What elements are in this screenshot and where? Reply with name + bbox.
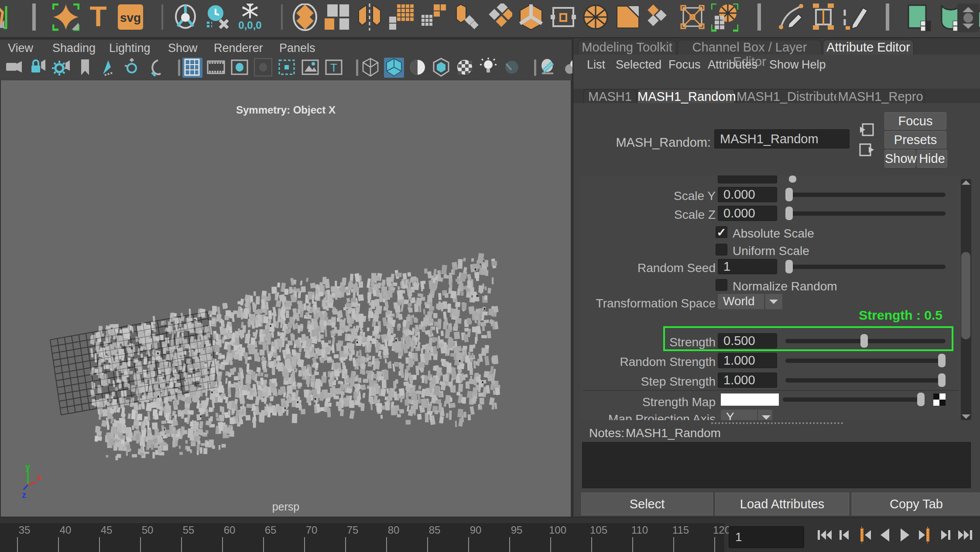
constraint-frame-icon[interactable]	[550, 3, 577, 32]
replicator-icon[interactable]	[388, 3, 415, 32]
camera-icon[interactable]	[4, 58, 26, 78]
swap-input-icon[interactable]	[859, 122, 875, 137]
resolution-gate-icon[interactable]	[230, 58, 251, 78]
ae-menu-selected[interactable]: Selected	[616, 58, 661, 72]
slider-track-random-strength[interactable]	[785, 359, 946, 363]
field-chart-icon[interactable]	[277, 58, 298, 78]
field-scale-x-clipped[interactable]	[718, 176, 777, 183]
ae-menu-show[interactable]: Show	[769, 58, 799, 72]
scroll-up-icon[interactable]	[962, 180, 970, 185]
viewport-menu-renderer[interactable]: Renderer	[214, 41, 263, 55]
strength-map-swatch[interactable]	[721, 393, 779, 406]
dropdown-arrow-icon[interactable]	[758, 410, 772, 420]
viewport-menu-view[interactable]: View	[8, 41, 33, 55]
tab-modeling-toolkit[interactable]: Modeling Toolkit	[578, 40, 676, 55]
safe-action-icon[interactable]	[300, 58, 322, 78]
curve-pencil-icon[interactable]	[778, 3, 805, 32]
field-scale-y[interactable]: 0.000	[718, 187, 777, 202]
slider-handle-scale-y[interactable]	[785, 188, 793, 201]
field-random-strength[interactable]: 1.000	[718, 353, 777, 368]
camera-attributes-icon[interactable]	[51, 58, 73, 78]
instancer-icon[interactable]	[421, 3, 448, 32]
time-slider-track[interactable]: 3540455055606570758085909510010511011512…	[0, 523, 724, 552]
viewport-menu-lighting[interactable]: Lighting	[109, 41, 151, 55]
go-to-end-button[interactable]	[956, 525, 975, 549]
wrap-icon[interactable]	[517, 3, 545, 32]
slider-track-strength-map[interactable]	[783, 397, 922, 402]
swap-output-icon[interactable]	[859, 142, 875, 157]
lattice-icon[interactable]	[679, 3, 706, 32]
textured-icon[interactable]	[408, 58, 429, 78]
focus-button[interactable]: Focus	[884, 112, 946, 130]
svg-icon[interactable]: svg	[117, 3, 144, 32]
slider-track-random-seed[interactable]	[785, 265, 946, 269]
slider-handle-random-seed[interactable]	[785, 260, 793, 273]
node-name-field[interactable]: MASH1_Random	[714, 129, 850, 148]
node-tab-mash1[interactable]: MASH1	[583, 89, 637, 103]
hide-button[interactable]: Hide	[917, 150, 947, 168]
film-gate-icon[interactable]	[206, 58, 228, 78]
scrollbar[interactable]	[961, 179, 971, 420]
fold-icon[interactable]	[614, 3, 641, 32]
checkbox-normalize-random[interactable]	[716, 279, 727, 291]
gate-mask-icon[interactable]	[253, 58, 275, 78]
current-frame-field[interactable]: 1	[729, 526, 804, 548]
slider-handle-random-strength[interactable]	[938, 354, 946, 367]
falloff-icon[interactable]	[453, 3, 480, 32]
presets-button[interactable]: Presets	[884, 131, 946, 148]
locator-icon[interactable]	[172, 3, 199, 32]
xgen-rect-icon[interactable]	[906, 3, 933, 32]
occlusion-icon[interactable]	[502, 58, 524, 78]
viewport-menu-shading[interactable]: Shading	[52, 41, 96, 55]
image-plane-icon[interactable]	[99, 58, 120, 78]
field-step-strength[interactable]: 1.000	[718, 373, 777, 388]
ae-menu-list[interactable]: List	[587, 58, 605, 72]
node-tab-mash1_distribute[interactable]: MASH1_Distribute	[736, 89, 835, 103]
node-tab-mash1_repro[interactable]: MASH1_Repro	[836, 89, 925, 103]
slider-handle-step-strength[interactable]	[938, 373, 946, 387]
viewport-menu-show[interactable]: Show	[168, 41, 198, 55]
gem-icon[interactable]	[0, 3, 16, 32]
cluster-icon[interactable]	[647, 3, 674, 32]
rig-icon[interactable]	[810, 3, 837, 32]
shaded-icon[interactable]	[384, 58, 406, 78]
slider-track-scale-y[interactable]	[785, 193, 946, 197]
step-forward-key-button[interactable]	[915, 525, 935, 549]
viewport[interactable]: Symmetry: Object X persp yxz	[0, 80, 572, 517]
step-back-frame-button[interactable]	[835, 525, 854, 549]
node-tab-mash1_random[interactable]: MASH1_Random	[637, 89, 735, 103]
step-forward-frame-button[interactable]	[935, 525, 955, 549]
go-to-start-button[interactable]	[815, 525, 834, 549]
dropdown-transformation-space[interactable]: World	[718, 294, 764, 309]
scrollbar-thumb[interactable]	[961, 252, 970, 339]
tab-channel-box-layer-editor[interactable]: Channel Box / Layer Editor	[678, 40, 822, 55]
trail-icon[interactable]	[485, 3, 512, 32]
mash-network-icon[interactable]	[291, 3, 319, 32]
grid-toggle-icon[interactable]	[182, 58, 204, 78]
show-button[interactable]: Show	[884, 150, 915, 168]
slider-handle-scale-z[interactable]	[785, 207, 793, 220]
notes-textarea[interactable]	[582, 442, 971, 488]
world-icon[interactable]	[582, 3, 609, 32]
shadows-icon[interactable]	[455, 58, 476, 78]
play-backwards-button[interactable]	[875, 525, 894, 549]
viewport-menu-panels[interactable]: Panels	[279, 41, 315, 55]
slider-handle-strength-map[interactable]	[917, 393, 925, 406]
delete-keys-icon[interactable]	[204, 3, 231, 32]
field-random-seed[interactable]: 1	[718, 259, 777, 274]
ae-menu-attributes[interactable]: Attributes	[708, 58, 757, 72]
zoom-select-icon[interactable]	[122, 58, 144, 78]
select-button[interactable]: Select	[581, 493, 713, 515]
slider-track-scale-z[interactable]	[785, 211, 946, 216]
world-distribute-icon[interactable]	[711, 3, 738, 32]
ae-menu-help[interactable]: Help	[802, 58, 826, 72]
ae-menu-focus[interactable]: Focus	[668, 58, 701, 72]
safe-title-icon[interactable]: T	[324, 58, 346, 78]
texture-map-button[interactable]	[933, 393, 946, 406]
tab-attribute-editor[interactable]: Attribute Editor	[823, 40, 914, 55]
copy-tab-button[interactable]: Copy Tab	[852, 493, 980, 515]
scroll-down-icon[interactable]	[962, 414, 970, 419]
field-scale-z[interactable]: 0.000	[718, 206, 777, 221]
wireframe-icon[interactable]	[360, 58, 382, 78]
dropdown-map-projection-axis[interactable]: Y	[721, 410, 757, 420]
